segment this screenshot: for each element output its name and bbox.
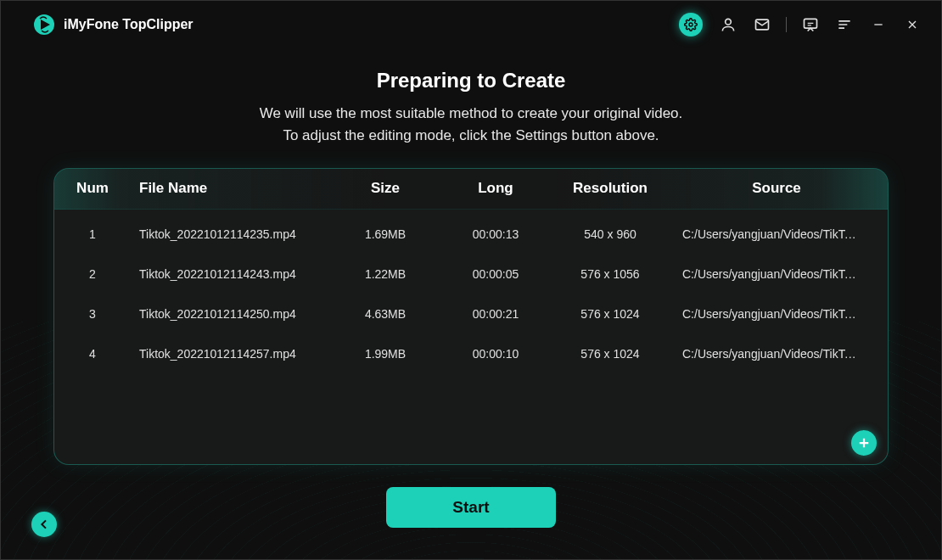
back-button[interactable]: [31, 512, 57, 537]
cell-long: 00:00:10: [436, 347, 555, 361]
table-row[interactable]: 2Tiktok_20221012114243.mp41.22MB00:00:05…: [54, 255, 888, 294]
cell-size: 1.99MB: [334, 347, 436, 361]
account-button[interactable]: [715, 11, 742, 38]
add-file-button[interactable]: [851, 430, 877, 456]
menu-button[interactable]: [831, 11, 858, 38]
header-size: Size: [334, 180, 436, 197]
cell-long: 00:00:21: [436, 307, 555, 321]
cell-filename: Tiktok_20221012114243.mp4: [131, 267, 334, 281]
table-row[interactable]: 3Tiktok_20221012114250.mp44.63MB00:00:21…: [54, 294, 888, 334]
cell-num: 3: [54, 307, 131, 321]
cell-size: 4.63MB: [334, 307, 436, 321]
table-header: Num File Name Size Long Resolution Sourc…: [54, 169, 888, 210]
cell-size: 1.22MB: [334, 267, 436, 281]
cell-resolution: 576 x 1024: [555, 307, 665, 321]
cell-long: 00:00:05: [436, 267, 555, 281]
titlebar-controls: [679, 11, 926, 38]
feedback-button[interactable]: [797, 11, 824, 38]
subtitle-line-2: To adjust the editing mode, click the Se…: [260, 125, 683, 147]
header-source: Source: [665, 180, 888, 197]
table-row[interactable]: 4Tiktok_20221012114257.mp41.99MB00:00:10…: [54, 334, 888, 374]
divider: [786, 17, 787, 32]
app-logo-group: iMyFone TopClipper: [33, 14, 193, 36]
cell-num: 2: [54, 267, 131, 281]
cell-source: C:/Users/yangjuan/Videos/TikTok_20221012…: [665, 307, 888, 321]
header-filename: File Name: [131, 180, 334, 197]
close-button[interactable]: [899, 11, 926, 38]
start-button[interactable]: Start: [386, 487, 556, 528]
app-logo-icon: [33, 14, 55, 36]
main-content: Preparing to Create We will use the most…: [1, 48, 941, 528]
cell-source: C:/Users/yangjuan/Videos/TikTok_20221012…: [665, 347, 888, 361]
subtitle-line-1: We will use the most suitable method to …: [260, 103, 683, 125]
cell-filename: Tiktok_20221012114257.mp4: [131, 347, 334, 361]
cell-filename: Tiktok_20221012114235.mp4: [131, 227, 334, 241]
cell-num: 1: [54, 227, 131, 241]
cell-resolution: 540 x 960: [555, 227, 665, 241]
page-title: Preparing to Create: [377, 69, 566, 92]
minimize-button[interactable]: [865, 11, 892, 38]
table-row[interactable]: 1Tiktok_20221012114235.mp41.69MB00:00:13…: [54, 215, 888, 255]
cell-source: C:/Users/yangjuan/Videos/TikTok_20221012…: [665, 267, 888, 281]
table-body: 1Tiktok_20221012114235.mp41.69MB00:00:13…: [54, 210, 888, 374]
app-title: iMyFone TopClipper: [64, 17, 193, 32]
settings-button[interactable]: [679, 13, 703, 36]
titlebar: iMyFone TopClipper: [1, 1, 941, 48]
file-table-panel: Num File Name Size Long Resolution Sourc…: [53, 168, 889, 465]
cell-source: C:/Users/yangjuan/Videos/TikTok_20221012…: [665, 227, 888, 241]
cell-size: 1.69MB: [334, 227, 436, 241]
page-subtitle: We will use the most suitable method to …: [260, 103, 683, 148]
header-num: Num: [54, 180, 131, 197]
mail-button[interactable]: [749, 11, 776, 38]
cell-long: 00:00:13: [436, 227, 555, 241]
cell-resolution: 576 x 1056: [555, 267, 665, 281]
cell-filename: Tiktok_20221012114250.mp4: [131, 307, 334, 321]
svg-point-2: [726, 19, 732, 25]
header-resolution: Resolution: [555, 180, 665, 197]
cell-resolution: 576 x 1024: [555, 347, 665, 361]
svg-point-1: [689, 23, 692, 26]
header-long: Long: [436, 180, 555, 197]
cell-num: 4: [54, 347, 131, 361]
